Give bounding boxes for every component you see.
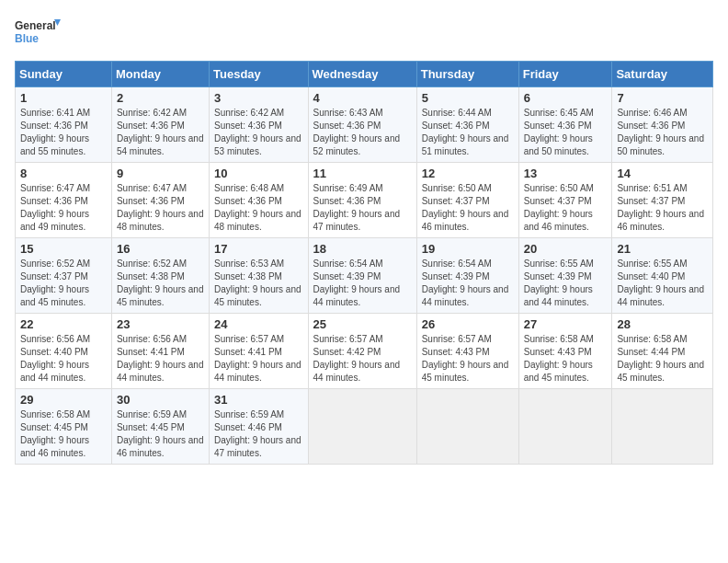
day-number: 11 <box>313 167 412 180</box>
calendar-body: 1Sunrise: 6:41 AMSunset: 4:36 PMDaylight… <box>16 87 713 465</box>
calendar-cell <box>308 389 416 465</box>
calendar-cell: 24Sunrise: 6:57 AMSunset: 4:41 PMDayligh… <box>210 314 308 389</box>
day-number: 16 <box>117 242 204 256</box>
day-number: 14 <box>617 167 708 180</box>
day-number: 12 <box>422 167 514 180</box>
day-number: 3 <box>214 91 302 105</box>
calendar-table: SundayMondayTuesdayWednesdayThursdayFrid… <box>15 61 713 465</box>
page-header: General Blue <box>15 15 713 52</box>
day-info: Sunrise: 6:57 AMSunset: 4:41 PMDaylight:… <box>214 333 302 385</box>
day-info: Sunrise: 6:54 AMSunset: 4:39 PMDaylight:… <box>313 258 412 309</box>
calendar-week-row: 1Sunrise: 6:41 AMSunset: 4:36 PMDaylight… <box>16 87 713 163</box>
day-number: 21 <box>617 242 708 256</box>
calendar-cell: 25Sunrise: 6:57 AMSunset: 4:42 PMDayligh… <box>308 314 416 389</box>
day-number: 19 <box>422 242 514 256</box>
day-number: 24 <box>214 317 302 331</box>
calendar-cell <box>518 389 612 465</box>
day-info: Sunrise: 6:53 AMSunset: 4:38 PMDaylight:… <box>214 258 302 309</box>
day-info: Sunrise: 6:57 AMSunset: 4:42 PMDaylight:… <box>313 333 412 385</box>
day-number: 20 <box>524 242 608 256</box>
day-info: Sunrise: 6:58 AMSunset: 4:43 PMDaylight:… <box>524 333 608 385</box>
day-info: Sunrise: 6:52 AMSunset: 4:38 PMDaylight:… <box>117 258 204 309</box>
calendar-cell: 9Sunrise: 6:47 AMSunset: 4:36 PMDaylight… <box>111 163 209 238</box>
calendar-cell: 22Sunrise: 6:56 AMSunset: 4:40 PMDayligh… <box>16 314 112 389</box>
calendar-cell: 10Sunrise: 6:48 AMSunset: 4:36 PMDayligh… <box>210 163 308 238</box>
calendar-cell: 7Sunrise: 6:46 AMSunset: 4:36 PMDaylight… <box>612 87 713 163</box>
day-info: Sunrise: 6:41 AMSunset: 4:36 PMDaylight:… <box>20 107 107 158</box>
svg-text:Blue: Blue <box>15 32 39 45</box>
day-info: Sunrise: 6:51 AMSunset: 4:37 PMDaylight:… <box>617 182 708 234</box>
calendar-week-row: 22Sunrise: 6:56 AMSunset: 4:40 PMDayligh… <box>16 314 713 389</box>
calendar-cell: 21Sunrise: 6:55 AMSunset: 4:40 PMDayligh… <box>612 238 713 314</box>
calendar-week-row: 8Sunrise: 6:47 AMSunset: 4:36 PMDaylight… <box>16 163 713 238</box>
weekday-header: Friday <box>518 62 612 87</box>
calendar-cell: 17Sunrise: 6:53 AMSunset: 4:38 PMDayligh… <box>210 238 308 314</box>
calendar-cell: 27Sunrise: 6:58 AMSunset: 4:43 PMDayligh… <box>518 314 612 389</box>
day-number: 23 <box>117 317 204 331</box>
weekday-header: Thursday <box>416 62 518 87</box>
calendar-cell: 28Sunrise: 6:58 AMSunset: 4:44 PMDayligh… <box>612 314 713 389</box>
svg-text:General: General <box>15 19 56 32</box>
calendar-cell: 12Sunrise: 6:50 AMSunset: 4:37 PMDayligh… <box>416 163 518 238</box>
day-info: Sunrise: 6:48 AMSunset: 4:36 PMDaylight:… <box>214 182 302 234</box>
calendar-cell: 29Sunrise: 6:58 AMSunset: 4:45 PMDayligh… <box>16 389 112 465</box>
day-info: Sunrise: 6:58 AMSunset: 4:44 PMDaylight:… <box>617 333 708 385</box>
day-info: Sunrise: 6:50 AMSunset: 4:37 PMDaylight:… <box>422 182 514 234</box>
weekday-header: Monday <box>111 62 209 87</box>
day-info: Sunrise: 6:46 AMSunset: 4:36 PMDaylight:… <box>617 107 708 158</box>
calendar-cell: 30Sunrise: 6:59 AMSunset: 4:45 PMDayligh… <box>111 389 209 465</box>
day-info: Sunrise: 6:47 AMSunset: 4:36 PMDaylight:… <box>117 182 204 234</box>
day-number: 27 <box>524 317 608 331</box>
calendar-cell: 8Sunrise: 6:47 AMSunset: 4:36 PMDaylight… <box>16 163 112 238</box>
day-info: Sunrise: 6:42 AMSunset: 4:36 PMDaylight:… <box>214 107 302 158</box>
day-number: 2 <box>117 91 204 105</box>
day-info: Sunrise: 6:57 AMSunset: 4:43 PMDaylight:… <box>422 333 514 385</box>
day-info: Sunrise: 6:45 AMSunset: 4:36 PMDaylight:… <box>524 107 608 158</box>
day-number: 26 <box>422 317 514 331</box>
day-number: 22 <box>20 317 107 331</box>
day-number: 29 <box>20 393 107 407</box>
day-number: 25 <box>313 317 412 331</box>
day-info: Sunrise: 6:54 AMSunset: 4:39 PMDaylight:… <box>422 258 514 309</box>
weekday-header: Wednesday <box>308 62 416 87</box>
day-info: Sunrise: 6:59 AMSunset: 4:46 PMDaylight:… <box>214 408 302 460</box>
calendar-week-row: 29Sunrise: 6:58 AMSunset: 4:45 PMDayligh… <box>16 389 713 465</box>
day-info: Sunrise: 6:43 AMSunset: 4:36 PMDaylight:… <box>313 107 412 158</box>
day-number: 10 <box>214 167 302 180</box>
calendar-week-row: 15Sunrise: 6:52 AMSunset: 4:37 PMDayligh… <box>16 238 713 314</box>
calendar-cell: 6Sunrise: 6:45 AMSunset: 4:36 PMDaylight… <box>518 87 612 163</box>
day-number: 7 <box>617 91 708 105</box>
day-info: Sunrise: 6:55 AMSunset: 4:40 PMDaylight:… <box>617 258 708 309</box>
day-number: 1 <box>20 91 107 105</box>
day-number: 30 <box>117 393 204 407</box>
day-info: Sunrise: 6:55 AMSunset: 4:39 PMDaylight:… <box>524 258 608 309</box>
day-info: Sunrise: 6:50 AMSunset: 4:37 PMDaylight:… <box>524 182 608 234</box>
day-info: Sunrise: 6:47 AMSunset: 4:36 PMDaylight:… <box>20 182 107 234</box>
day-number: 18 <box>313 242 412 256</box>
calendar-cell: 11Sunrise: 6:49 AMSunset: 4:36 PMDayligh… <box>308 163 416 238</box>
calendar-cell: 26Sunrise: 6:57 AMSunset: 4:43 PMDayligh… <box>416 314 518 389</box>
calendar-cell: 14Sunrise: 6:51 AMSunset: 4:37 PMDayligh… <box>612 163 713 238</box>
calendar-cell: 19Sunrise: 6:54 AMSunset: 4:39 PMDayligh… <box>416 238 518 314</box>
day-info: Sunrise: 6:42 AMSunset: 4:36 PMDaylight:… <box>117 107 204 158</box>
day-number: 4 <box>313 91 412 105</box>
calendar-cell: 31Sunrise: 6:59 AMSunset: 4:46 PMDayligh… <box>210 389 308 465</box>
calendar-cell: 16Sunrise: 6:52 AMSunset: 4:38 PMDayligh… <box>111 238 209 314</box>
day-info: Sunrise: 6:58 AMSunset: 4:45 PMDaylight:… <box>20 408 107 460</box>
day-number: 17 <box>214 242 302 256</box>
weekday-header: Tuesday <box>210 62 308 87</box>
calendar-cell: 13Sunrise: 6:50 AMSunset: 4:37 PMDayligh… <box>518 163 612 238</box>
day-number: 6 <box>524 91 608 105</box>
day-number: 15 <box>20 242 107 256</box>
day-info: Sunrise: 6:59 AMSunset: 4:45 PMDaylight:… <box>117 408 204 460</box>
calendar-cell: 1Sunrise: 6:41 AMSunset: 4:36 PMDaylight… <box>16 87 112 163</box>
day-number: 31 <box>214 393 302 407</box>
day-info: Sunrise: 6:56 AMSunset: 4:41 PMDaylight:… <box>117 333 204 385</box>
day-number: 13 <box>524 167 608 180</box>
calendar-cell: 2Sunrise: 6:42 AMSunset: 4:36 PMDaylight… <box>111 87 209 163</box>
weekday-header: Sunday <box>16 62 112 87</box>
day-number: 5 <box>422 91 514 105</box>
calendar-cell: 15Sunrise: 6:52 AMSunset: 4:37 PMDayligh… <box>16 238 112 314</box>
day-number: 28 <box>617 317 708 331</box>
calendar-cell: 18Sunrise: 6:54 AMSunset: 4:39 PMDayligh… <box>308 238 416 314</box>
